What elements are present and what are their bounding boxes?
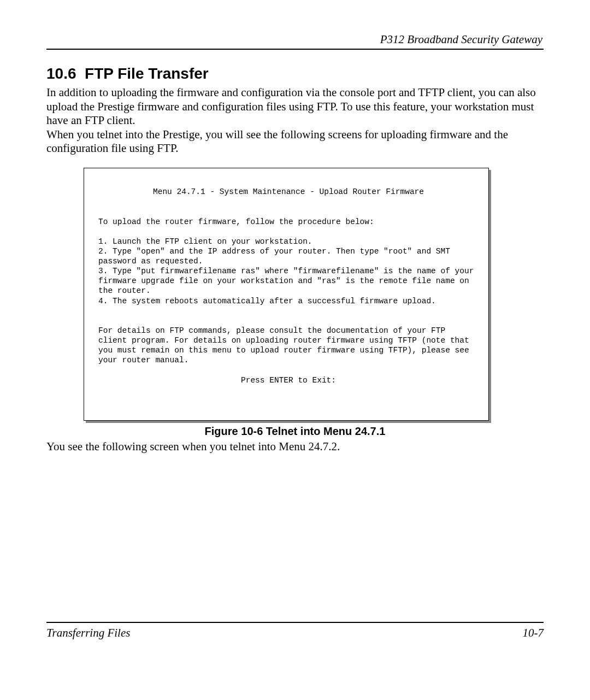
terminal-details: For details on FTP commands, please cons… [98,326,474,364]
terminal-exit-prompt: Press ENTER to Exit: [98,375,479,385]
terminal-step-1: 1. Launch the FTP client on your worksta… [98,237,312,246]
terminal-menu-title: Menu 24.7.1 - System Maintenance - Uploa… [98,187,479,197]
terminal-step-4: 4. The system reboots automatically afte… [98,297,436,305]
footer-right: 10-7 [523,626,544,640]
section-heading: 10.6 FTP File Transfer [46,65,544,83]
footer: Transferring Files 10-7 [46,622,544,640]
terminal-container: Menu 24.7.1 - System Maintenance - Uploa… [84,168,489,421]
header-product-title: P312 Broadband Security Gateway [46,33,544,48]
section-title: FTP File Transfer [85,65,209,82]
terminal-step-2: 2. Type "open" and the IP address of you… [98,247,455,266]
section-number: 10.6 [46,65,76,82]
paragraph-2: When you telnet into the Prestige, you w… [46,128,544,156]
figure-caption: Figure 10-6 Telnet into Menu 24.7.1 [46,425,544,438]
terminal-step-3: 3. Type "put firmwarefilename ras" where… [98,267,479,295]
terminal-intro: To upload the router firmware, follow th… [98,217,374,226]
header-rule: P312 Broadband Security Gateway [46,33,544,50]
footer-left: Transferring Files [46,626,130,640]
paragraph-3: You see the following screen when you te… [46,440,544,454]
terminal-screen: Menu 24.7.1 - System Maintenance - Uploa… [84,168,489,421]
paragraph-1: In addition to uploading the firmware an… [46,86,544,128]
page: P312 Broadband Security Gateway 10.6 FTP… [0,0,590,454]
